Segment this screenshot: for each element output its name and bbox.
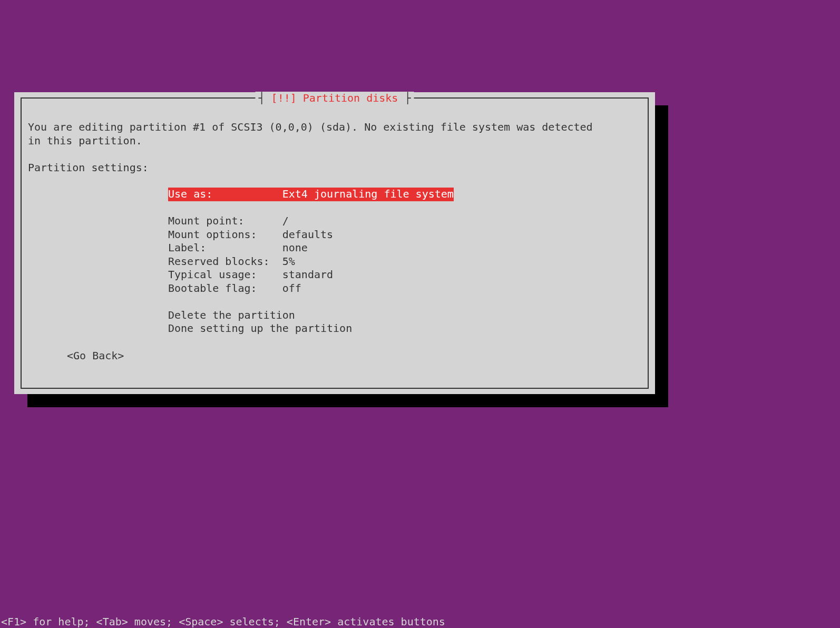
setting-row-6[interactable]: Typical usage: standard [168, 268, 454, 282]
setting-row-0[interactable]: Use as: Ext4 journaling file system [168, 188, 454, 201]
setting-row-5[interactable]: Reserved blocks: 5% [168, 255, 454, 269]
partition-settings-list: Use as: Ext4 journaling file system Moun… [168, 188, 454, 336]
setting-row-7[interactable]: Bootable flag: off [168, 282, 454, 296]
setting-row-1 [168, 201, 454, 215]
footer-help: <F1> for help; <Tab> moves; <Space> sele… [1, 615, 445, 628]
setting-row-4[interactable]: Label: none [168, 241, 454, 255]
setting-row-10[interactable]: Done setting up the partition [168, 322, 454, 336]
dialog-title: ┤ [!!] Partition disks ├ [255, 92, 414, 104]
setting-row-9[interactable]: Delete the partition [168, 309, 454, 322]
dialog-title-text: [!!] Partition disks [271, 92, 398, 104]
go-back-button[interactable]: <Go Back> [67, 349, 124, 362]
dialog-intro-text: You are editing partition #1 of SCSI3 (0… [28, 121, 646, 174]
setting-row-3[interactable]: Mount options: defaults [168, 228, 454, 242]
setting-row-8 [168, 295, 454, 309]
setting-row-2[interactable]: Mount point: / [168, 214, 454, 228]
partition-dialog: ┤ [!!] Partition disks ├ You are editing… [14, 92, 655, 394]
